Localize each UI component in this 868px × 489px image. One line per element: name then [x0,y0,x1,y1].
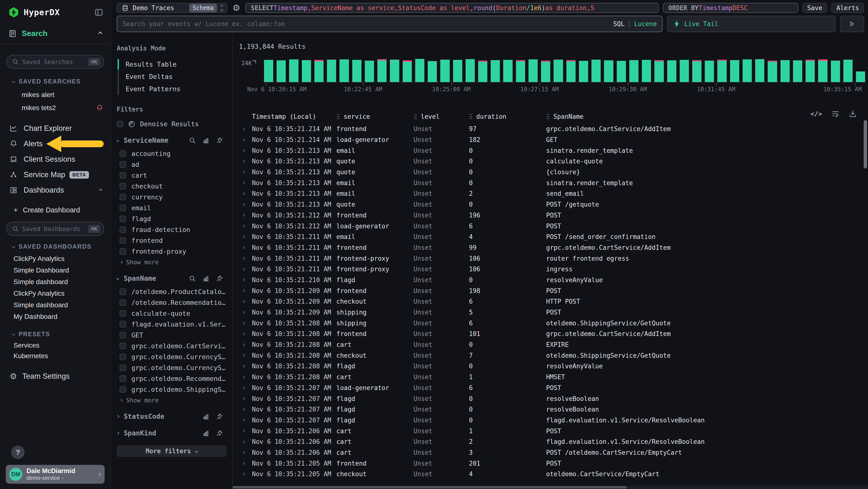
expand-row-button[interactable] [242,473,252,475]
view-source-code-icon[interactable]: </> [810,110,822,118]
filter-group-header[interactable]: SpanKind [117,429,226,437]
filter-checkbox[interactable] [120,237,126,244]
table-row[interactable]: Nov 6 10:35:21.213 AMemailUnset0sinatra.… [239,177,868,188]
histogram-bar[interactable] [667,60,676,82]
expand-row-button[interactable] [242,236,252,238]
expand-row-button[interactable] [242,268,252,270]
show-more-button[interactable]: Show more [117,257,226,266]
table-row[interactable]: Nov 6 10:35:21.208 AMcheckoutUnset7oteld… [239,350,868,361]
table-row[interactable]: Nov 6 10:35:21.207 AMflagdUnset0resolveB… [239,393,868,404]
mode-sql-toggle[interactable]: SQL [613,20,624,28]
run-query-button[interactable] [840,16,864,32]
histogram-bar[interactable] [528,59,538,82]
histogram-bar[interactable] [780,60,789,82]
filter-checkbox[interactable] [120,183,126,190]
expand-row-button[interactable] [242,257,252,259]
histogram-bar[interactable] [352,60,362,82]
filter-checkbox[interactable] [120,150,126,157]
chart-icon[interactable] [202,413,210,420]
filter-item[interactable]: /oteldemo.ProductCatalo… [117,286,226,297]
expand-row-button[interactable] [242,300,252,303]
histogram-bar[interactable] [717,60,726,82]
pin-icon[interactable] [216,275,223,282]
table-row[interactable]: Nov 6 10:35:21.211 AMfrontendUnset99grpc… [239,242,868,253]
filter-item[interactable]: GET [117,330,226,341]
expand-row-button[interactable] [242,203,252,206]
filter-item[interactable]: grpc.oteldemo.CurrencyS… [117,351,226,362]
expand-row-button[interactable] [242,376,252,378]
preset-item[interactable]: Kubernetes [0,351,111,361]
histogram-bar[interactable] [491,60,500,82]
event-search-input[interactable]: Search your events w/ Lucene ex. column:… [117,16,662,32]
filter-item[interactable]: calculate-quote [117,308,226,319]
search-icon[interactable] [189,275,196,282]
expand-row-button[interactable] [242,354,252,356]
filter-item[interactable]: grpc.oteldemo.ShippingS… [117,384,226,395]
histogram-bar[interactable] [743,59,752,82]
table-row[interactable]: Nov 6 10:35:21.212 AMload-generatorUnset… [239,221,868,231]
histogram-bar[interactable] [478,61,487,82]
expand-row-button[interactable] [242,398,252,400]
mode-lucene-toggle[interactable]: Lucene [634,20,657,28]
histogram-bar[interactable] [264,60,273,82]
filter-item[interactable]: ad [117,159,226,170]
expand-row-button[interactable] [242,333,252,335]
histogram-bars[interactable] [264,58,865,83]
expand-row-button[interactable] [242,462,252,464]
chart-icon[interactable] [202,430,210,437]
histogram-bar[interactable] [793,60,802,82]
column-drag-handle-icon[interactable] [413,113,417,120]
expand-row-button[interactable] [242,365,252,367]
expand-row-button[interactable] [242,322,252,324]
histogram-bar[interactable] [554,60,563,82]
histogram-bar[interactable] [428,61,437,82]
histogram-bar[interactable] [831,61,840,82]
filter-item[interactable]: fraud-detection [117,224,226,235]
expand-row-button[interactable] [242,171,252,173]
user-card[interactable]: DM Dale McDiarmid demo-service - [6,465,105,484]
filter-checkbox[interactable] [120,321,126,327]
expand-row-button[interactable] [242,225,252,227]
expand-row-button[interactable] [242,247,252,249]
filter-checkbox[interactable] [120,343,126,349]
filter-item[interactable]: cart [117,170,226,181]
histogram-bar[interactable] [377,59,386,82]
filter-checkbox[interactable] [120,288,126,295]
table-row[interactable]: Nov 6 10:35:21.214 AMfrontendUnset97grpc… [239,123,868,135]
table-row[interactable]: Nov 6 10:35:21.214 AMload-generatorUnset… [239,135,868,145]
histogram-bar[interactable] [340,59,349,82]
column-header-duration[interactable]: duration [469,113,546,120]
sql-orderby-input[interactable]: ORDER BY Timestamp DESC [663,3,798,13]
column-header-timestamp-local-[interactable]: Timestamp (Local) [252,113,336,120]
preset-item[interactable]: Services [0,340,111,351]
saved-dashboards-section[interactable]: SAVED DASHBOARDS [0,243,111,250]
vertical-scrollbar[interactable] [864,120,867,169]
more-filters-button[interactable]: More filters [117,445,226,457]
sidebar-item-client-sessions[interactable]: Client Sessions [0,151,111,167]
filter-item[interactable]: frontend-proxy [117,246,226,257]
histogram-bar[interactable] [629,60,639,82]
expand-row-button[interactable] [242,128,252,130]
sidebar-item-chart-explorer[interactable]: Chart Explorer [0,121,111,136]
histogram-bar[interactable] [403,60,412,82]
analysis-mode-option[interactable]: Event Deltas [119,70,226,83]
search-icon[interactable] [189,137,196,144]
table-row[interactable]: Nov 6 10:35:21.206 AMcartUnset2flagd.eva… [239,436,868,447]
save-button[interactable]: Save [802,3,827,13]
expand-row-button[interactable] [242,430,252,432]
denoise-results-toggle[interactable]: Denoise Results [117,120,226,128]
filter-checkbox[interactable] [120,248,126,255]
table-row[interactable]: Nov 6 10:35:21.211 AMemailUnset4POST /se… [239,231,868,242]
column-drag-handle-icon[interactable] [336,113,340,120]
filter-checkbox[interactable] [120,215,126,222]
expand-row-button[interactable] [242,214,252,216]
histogram-bar[interactable] [466,59,475,82]
filter-checkbox[interactable] [120,161,126,168]
histogram-bar[interactable] [768,61,777,82]
expand-row-button[interactable] [242,344,252,346]
table-row[interactable]: Nov 6 10:35:21.213 AMemailUnset2send_ema… [239,188,868,199]
histogram-bar[interactable] [516,60,525,82]
table-row[interactable]: Nov 6 10:35:21.211 AMfrontend-proxyUnset… [239,264,868,275]
expand-row-button[interactable] [242,193,252,195]
sql-select-input[interactable]: SELECT Timestamp, ServiceName as service… [245,3,659,13]
